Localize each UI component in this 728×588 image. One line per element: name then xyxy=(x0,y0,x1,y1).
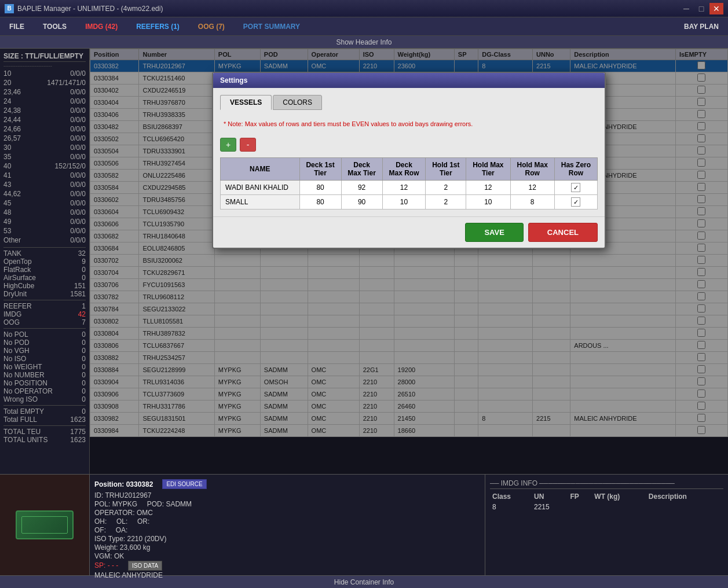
remove-vessel-button[interactable]: - xyxy=(240,138,256,152)
sidebar-reefer: REEFER1 xyxy=(3,302,86,310)
table-area[interactable]: Position Number POL POD Operator ISO Wei… xyxy=(90,49,728,474)
menu-bar: FILE TOOLS IMDG (42) REEFERS (1) OOG (7)… xyxy=(0,17,728,36)
sidebar-size-other: Other0/0/0 xyxy=(3,236,86,245)
menu-port-summary[interactable]: PORT SUMMARY xyxy=(239,20,305,33)
vessel-col-holdmaxrow: Hold MaxRow xyxy=(510,158,554,181)
settings-modal: Settings VESSELS COLORS * Note: Max valu… xyxy=(212,72,606,249)
container-description: MALEIC ANHYDRIDE xyxy=(94,571,480,579)
main-area: SIZE : TTL/FULL/EMPTY ------------------… xyxy=(0,49,728,474)
imdg-info-panel: ── IMDG INFO ───────────────────────────… xyxy=(485,475,728,575)
sidebar-size-41: 410/0/0 xyxy=(3,171,86,180)
vessel-deckmaxrow-2[interactable]: 10 xyxy=(382,195,426,210)
imdg-un: 2215 xyxy=(532,502,568,512)
imdg-fp xyxy=(568,502,592,512)
sidebar-tank: TANK32 xyxy=(3,249,86,258)
edi-source-button[interactable]: EDI SOURCE xyxy=(162,479,206,489)
modal-note: * Note: Max values of rows and tiers mus… xyxy=(220,117,598,131)
menu-imdg[interactable]: IMDG (42) xyxy=(81,20,122,33)
show-header-label: Show Header Info xyxy=(336,38,392,46)
vessel-col-deckmax: DeckMax Tier xyxy=(341,158,382,181)
sidebar-size-2657: 26,570/0/0 xyxy=(3,134,86,143)
bottom-panel: Position: 0330382 EDI SOURCE ID: TRHU201… xyxy=(0,474,728,575)
vessel-holdmaxrow-2[interactable]: 8 xyxy=(510,195,554,210)
sidebar-size-4462: 44,620/0/0 xyxy=(3,189,86,199)
imdg-col-desc: Description xyxy=(646,491,723,502)
container-pod: POD: SADMM xyxy=(147,500,192,508)
sidebar-totalunits: TOTAL UNITS1623 xyxy=(3,436,86,444)
modal-body: VESSELS COLORS * Note: Max values of row… xyxy=(213,88,605,216)
container-preview xyxy=(0,475,90,575)
add-vessel-button[interactable]: + xyxy=(220,138,236,152)
vessel-haszero-2[interactable]: ✓ xyxy=(554,195,597,210)
tab-vessels[interactable]: VESSELS xyxy=(220,95,272,110)
vessel-deckmax-2[interactable]: 90 xyxy=(341,195,382,210)
sidebar-novgh: No VGH0 xyxy=(3,347,86,355)
imdg-col-fp: FP xyxy=(568,491,592,502)
close-button[interactable]: ✕ xyxy=(709,3,723,14)
sidebar-wrongiso: Wrong ISO0 xyxy=(3,395,86,403)
sidebar-size-30: 300/0/0 xyxy=(3,143,86,152)
sidebar-sep: ---------------------------- xyxy=(3,63,86,69)
hide-container-label: Hide Container Info xyxy=(334,578,394,586)
modal-overlay: Settings VESSELS COLORS * Note: Max valu… xyxy=(90,49,728,474)
maximize-button[interactable]: □ xyxy=(694,3,708,14)
vessel-hold1st-2[interactable]: 2 xyxy=(426,195,466,210)
sidebar-size-49: 490/0/0 xyxy=(3,217,86,226)
sidebar-size-2438: 24,380/0/0 xyxy=(3,106,86,115)
imdg-class: 8 xyxy=(490,502,532,512)
imdg-info-header: ── IMDG INFO ───────────────────────────… xyxy=(490,479,723,489)
container-id: ID: TRHU2012967 xyxy=(94,491,480,499)
menu-bay-plan[interactable]: BAY PLAN xyxy=(679,20,723,33)
sidebar-size-20: 201471/1471/0 xyxy=(3,78,86,87)
vessel-col-haszero: Has ZeroRow xyxy=(554,158,597,181)
vessel-holdmax-2[interactable]: 10 xyxy=(466,195,510,210)
container-3d-icon xyxy=(16,510,74,539)
vessel-hold1st-1[interactable]: 2 xyxy=(426,181,466,195)
cancel-button[interactable]: CANCEL xyxy=(528,223,598,242)
title-bar: B BAPLIE Manager - UNLIMITED - (4wmo22.e… xyxy=(0,0,728,17)
sidebar-size-2466: 24,660/0/0 xyxy=(3,124,86,134)
vessel-col-deckmaxrow: DeckMax Row xyxy=(382,158,426,181)
menu-oog[interactable]: OOG (7) xyxy=(193,20,229,33)
modal-tabs: VESSELS COLORS xyxy=(220,95,598,110)
iso-data-button[interactable]: ISO DATA xyxy=(128,561,162,571)
vessel-col-deck1st: Deck 1stTier xyxy=(299,158,341,181)
vessel-deckmaxrow-1[interactable]: 12 xyxy=(382,181,426,195)
vessel-name-1[interactable]: WADI BANI KHALID xyxy=(221,181,300,195)
menu-reefers[interactable]: REEFERS (1) xyxy=(131,20,184,33)
sidebar-totalfull: Total FULL1623 xyxy=(3,416,86,424)
container-pol-pod: POL: MYPKG POD: SADMM xyxy=(94,500,480,508)
vessel-haszero-1[interactable]: ✓ xyxy=(554,181,597,195)
vessel-name-2[interactable]: SMALL xyxy=(221,195,300,210)
sidebar-nonumber: No NUMBER0 xyxy=(3,371,86,379)
sidebar: SIZE : TTL/FULL/EMPTY ------------------… xyxy=(0,49,90,474)
tab-colors[interactable]: COLORS xyxy=(273,95,322,110)
sidebar-size-53: 530/0/0 xyxy=(3,226,86,236)
vessel-deck1st-1[interactable]: 80 xyxy=(299,181,341,195)
container-dims: OH: OL: OR: xyxy=(94,517,480,525)
menu-file[interactable]: FILE xyxy=(5,20,29,33)
vessel-row-2[interactable]: SMALL 80 90 10 2 10 8 ✓ xyxy=(221,195,598,210)
container-vgm: VGM: OK xyxy=(94,552,480,560)
show-header-bar[interactable]: Show Header Info xyxy=(0,36,728,49)
checkbox-haszero-1[interactable]: ✓ xyxy=(571,183,580,192)
imdg-table: Class UN FP WT (kg) Description 8 2215 xyxy=(490,491,723,512)
vessel-row-1[interactable]: WADI BANI KHALID 80 92 12 2 12 12 ✓ xyxy=(221,181,598,195)
sidebar-size-10: 100/0/0 xyxy=(3,69,86,78)
save-button[interactable]: SAVE xyxy=(465,223,523,242)
vessel-holdmaxrow-1[interactable]: 12 xyxy=(510,181,554,195)
vessel-holdmax-1[interactable]: 12 xyxy=(466,181,510,195)
minimize-button[interactable]: ─ xyxy=(679,3,693,14)
sidebar-size-43: 430/0/0 xyxy=(3,180,86,189)
menu-tools[interactable]: TOOLS xyxy=(38,20,71,33)
imdg-wt xyxy=(592,502,646,512)
sidebar-nooperator: No OPERATOR0 xyxy=(3,387,86,395)
app-title: BAPLIE Manager - UNLIMITED - (4wmo22.edi… xyxy=(17,5,679,13)
sidebar-opentop: OpenTop9 xyxy=(3,258,86,266)
checkbox-haszero-2[interactable]: ✓ xyxy=(571,197,580,207)
vessel-deck1st-2[interactable]: 80 xyxy=(299,195,341,210)
vessel-deckmax-1[interactable]: 92 xyxy=(341,181,382,195)
sidebar-highcube: HighCube151 xyxy=(3,282,86,290)
vessel-table: NAME Deck 1stTier DeckMax Tier DeckMax R… xyxy=(220,157,598,210)
container-pol: POL: MYPKG xyxy=(94,500,137,508)
